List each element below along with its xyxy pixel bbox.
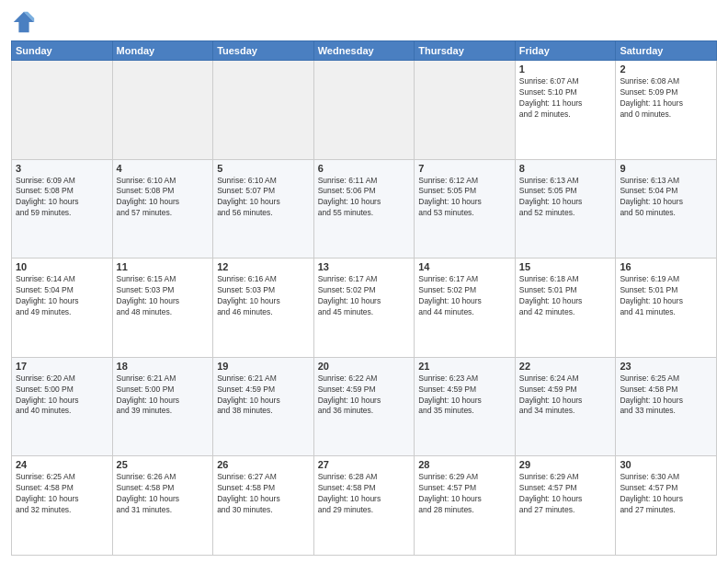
calendar-cell: 7Sunrise: 6:12 AM Sunset: 5:05 PM Daylig… — [415, 159, 516, 259]
day-info: Sunrise: 6:09 AM Sunset: 5:08 PM Dayligh… — [16, 176, 108, 220]
day-number: 29 — [519, 459, 612, 470]
day-info: Sunrise: 6:10 AM Sunset: 5:08 PM Dayligh… — [117, 176, 210, 220]
day-info: Sunrise: 6:16 AM Sunset: 5:03 PM Dayligh… — [217, 274, 310, 318]
day-info: Sunrise: 6:08 AM Sunset: 5:09 PM Dayligh… — [620, 76, 712, 121]
calendar-cell — [213, 61, 314, 160]
page-container: SundayMondayTuesdayWednesdayThursdayFrid… — [0, 0, 728, 563]
calendar-cell: 29Sunrise: 6:29 AM Sunset: 4:57 PM Dayli… — [515, 456, 616, 556]
day-number: 15 — [519, 261, 612, 272]
day-number: 6 — [318, 163, 411, 174]
day-info: Sunrise: 6:13 AM Sunset: 5:04 PM Dayligh… — [620, 176, 712, 220]
day-number: 28 — [418, 459, 511, 470]
calendar-cell: 25Sunrise: 6:26 AM Sunset: 4:58 PM Dayli… — [112, 456, 213, 556]
calendar-row-2: 3Sunrise: 6:09 AM Sunset: 5:08 PM Daylig… — [12, 159, 717, 259]
calendar-cell: 22Sunrise: 6:24 AM Sunset: 4:59 PM Dayli… — [515, 357, 616, 456]
logo-icon — [11, 9, 37, 35]
day-number: 5 — [217, 163, 310, 174]
day-info: Sunrise: 6:20 AM Sunset: 5:00 PM Dayligh… — [16, 373, 108, 418]
calendar-cell: 13Sunrise: 6:17 AM Sunset: 5:02 PM Dayli… — [313, 259, 415, 358]
day-info: Sunrise: 6:23 AM Sunset: 4:59 PM Dayligh… — [418, 373, 511, 418]
calendar-cell: 21Sunrise: 6:23 AM Sunset: 4:59 PM Dayli… — [415, 357, 516, 456]
day-number: 30 — [620, 459, 712, 470]
day-info: Sunrise: 6:21 AM Sunset: 4:59 PM Dayligh… — [217, 373, 310, 418]
weekday-saturday: Saturday — [616, 41, 717, 61]
day-info: Sunrise: 6:22 AM Sunset: 4:59 PM Dayligh… — [318, 373, 411, 418]
day-info: Sunrise: 6:17 AM Sunset: 5:02 PM Dayligh… — [318, 274, 411, 318]
calendar-cell: 17Sunrise: 6:20 AM Sunset: 5:00 PM Dayli… — [12, 357, 113, 456]
weekday-tuesday: Tuesday — [213, 41, 314, 61]
day-number: 14 — [418, 261, 511, 272]
day-info: Sunrise: 6:15 AM Sunset: 5:03 PM Dayligh… — [117, 274, 210, 318]
calendar-cell: 18Sunrise: 6:21 AM Sunset: 5:00 PM Dayli… — [112, 357, 213, 456]
calendar-cell: 20Sunrise: 6:22 AM Sunset: 4:59 PM Dayli… — [313, 357, 415, 456]
day-number: 19 — [217, 361, 310, 372]
calendar-row-1: 1Sunrise: 6:07 AM Sunset: 5:10 PM Daylig… — [12, 61, 717, 160]
weekday-friday: Friday — [515, 41, 616, 61]
calendar-row-4: 17Sunrise: 6:20 AM Sunset: 5:00 PM Dayli… — [12, 357, 717, 456]
day-number: 3 — [16, 163, 108, 174]
day-info: Sunrise: 6:28 AM Sunset: 4:58 PM Dayligh… — [318, 472, 411, 516]
day-number: 9 — [620, 163, 712, 174]
calendar-cell: 1Sunrise: 6:07 AM Sunset: 5:10 PM Daylig… — [515, 61, 616, 160]
calendar-cell: 3Sunrise: 6:09 AM Sunset: 5:08 PM Daylig… — [12, 159, 113, 259]
calendar-cell: 19Sunrise: 6:21 AM Sunset: 4:59 PM Dayli… — [213, 357, 314, 456]
day-number: 17 — [16, 361, 108, 372]
calendar-cell: 23Sunrise: 6:25 AM Sunset: 4:58 PM Dayli… — [616, 357, 717, 456]
day-number: 8 — [519, 163, 612, 174]
day-info: Sunrise: 6:25 AM Sunset: 4:58 PM Dayligh… — [16, 472, 108, 516]
calendar-cell: 26Sunrise: 6:27 AM Sunset: 4:58 PM Dayli… — [213, 456, 314, 556]
calendar-cell: 2Sunrise: 6:08 AM Sunset: 5:09 PM Daylig… — [616, 61, 717, 160]
calendar-table: SundayMondayTuesdayWednesdayThursdayFrid… — [11, 40, 717, 556]
day-info: Sunrise: 6:18 AM Sunset: 5:01 PM Dayligh… — [519, 274, 612, 318]
calendar-cell: 30Sunrise: 6:30 AM Sunset: 4:57 PM Dayli… — [616, 456, 717, 556]
svg-marker-0 — [14, 12, 34, 32]
calendar-cell: 5Sunrise: 6:10 AM Sunset: 5:07 PM Daylig… — [213, 159, 314, 259]
calendar-cell: 16Sunrise: 6:19 AM Sunset: 5:01 PM Dayli… — [616, 259, 717, 358]
day-number: 22 — [519, 361, 612, 372]
calendar-cell: 15Sunrise: 6:18 AM Sunset: 5:01 PM Dayli… — [515, 259, 616, 358]
calendar-row-3: 10Sunrise: 6:14 AM Sunset: 5:04 PM Dayli… — [12, 259, 717, 358]
day-info: Sunrise: 6:29 AM Sunset: 4:57 PM Dayligh… — [519, 472, 612, 516]
day-number: 18 — [117, 361, 210, 372]
day-info: Sunrise: 6:27 AM Sunset: 4:58 PM Dayligh… — [217, 472, 310, 516]
calendar-cell: 12Sunrise: 6:16 AM Sunset: 5:03 PM Dayli… — [213, 259, 314, 358]
day-number: 13 — [318, 261, 411, 272]
day-info: Sunrise: 6:07 AM Sunset: 5:10 PM Dayligh… — [519, 76, 612, 121]
calendar-cell: 24Sunrise: 6:25 AM Sunset: 4:58 PM Dayli… — [12, 456, 113, 556]
day-number: 11 — [117, 261, 210, 272]
day-number: 4 — [117, 163, 210, 174]
weekday-header-row: SundayMondayTuesdayWednesdayThursdayFrid… — [12, 41, 717, 61]
day-info: Sunrise: 6:11 AM Sunset: 5:06 PM Dayligh… — [318, 176, 411, 220]
day-info: Sunrise: 6:14 AM Sunset: 5:04 PM Dayligh… — [16, 274, 108, 318]
day-info: Sunrise: 6:12 AM Sunset: 5:05 PM Dayligh… — [418, 176, 511, 220]
weekday-wednesday: Wednesday — [313, 41, 415, 61]
day-number: 21 — [418, 361, 511, 372]
day-info: Sunrise: 6:25 AM Sunset: 4:58 PM Dayligh… — [620, 373, 712, 418]
calendar-cell: 4Sunrise: 6:10 AM Sunset: 5:08 PM Daylig… — [112, 159, 213, 259]
day-number: 2 — [620, 63, 712, 75]
day-number: 24 — [16, 459, 108, 470]
calendar-cell — [12, 61, 113, 160]
day-number: 25 — [117, 459, 210, 470]
calendar-cell — [112, 61, 213, 160]
weekday-thursday: Thursday — [415, 41, 516, 61]
day-info: Sunrise: 6:13 AM Sunset: 5:05 PM Dayligh… — [519, 176, 612, 220]
calendar-cell: 8Sunrise: 6:13 AM Sunset: 5:05 PM Daylig… — [515, 159, 616, 259]
day-number: 12 — [217, 261, 310, 272]
calendar-cell: 6Sunrise: 6:11 AM Sunset: 5:06 PM Daylig… — [313, 159, 415, 259]
day-info: Sunrise: 6:21 AM Sunset: 5:00 PM Dayligh… — [117, 373, 210, 418]
calendar-cell: 11Sunrise: 6:15 AM Sunset: 5:03 PM Dayli… — [112, 259, 213, 358]
calendar-cell: 27Sunrise: 6:28 AM Sunset: 4:58 PM Dayli… — [313, 456, 415, 556]
weekday-sunday: Sunday — [12, 41, 113, 61]
day-number: 23 — [620, 361, 712, 372]
day-number: 1 — [519, 63, 612, 75]
day-info: Sunrise: 6:26 AM Sunset: 4:58 PM Dayligh… — [117, 472, 210, 516]
calendar-cell — [415, 61, 516, 160]
calendar-row-5: 24Sunrise: 6:25 AM Sunset: 4:58 PM Dayli… — [12, 456, 717, 556]
day-number: 16 — [620, 261, 712, 272]
calendar-cell: 14Sunrise: 6:17 AM Sunset: 5:02 PM Dayli… — [415, 259, 516, 358]
day-number: 10 — [16, 261, 108, 272]
day-number: 26 — [217, 459, 310, 470]
weekday-monday: Monday — [112, 41, 213, 61]
calendar-cell — [313, 61, 415, 160]
